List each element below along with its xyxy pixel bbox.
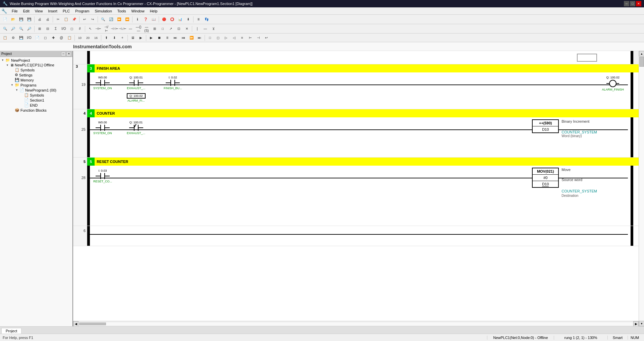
scroll-right-btn[interactable]: ▶ <box>633 321 639 327</box>
tb3-cross[interactable]: ✚ <box>50 34 57 42</box>
tb3-b4[interactable]: ◁ <box>230 34 238 42</box>
diagram-area[interactable]: 3 3 FINISH AREA 19 <box>73 51 639 326</box>
tb2-neg[interactable]: ⊣↓⊢ <box>119 25 126 33</box>
tree-item-programs[interactable]: ▼ 📁 Programs <box>1 82 72 88</box>
tb-print[interactable]: 🖨 <box>36 16 43 23</box>
right-scrollbar[interactable]: ▲ ▼ <box>639 51 644 326</box>
tb-cut[interactable]: ✂ <box>54 16 62 23</box>
tb-copy[interactable]: 📋 <box>62 16 70 23</box>
tree-item-section1[interactable]: 📄 Section1 <box>1 98 72 103</box>
panel-close-btn[interactable]: ✕ <box>66 52 71 56</box>
tb2-hwire[interactable]: — <box>202 25 209 33</box>
tb3-sim[interactable]: ▶ <box>137 34 145 42</box>
tb3-run[interactable]: ▶ <box>148 34 155 42</box>
tb2-end[interactable]: ⊡ <box>175 25 182 33</box>
tb-open[interactable]: 📂 <box>9 16 17 23</box>
tb2-box[interactable]: □ <box>159 25 166 33</box>
tb3-n10[interactable]: 10 <box>76 34 84 42</box>
tb-info[interactable]: ℹ <box>134 16 141 23</box>
tree-item-newproject[interactable]: ▼ 📁 NewProject <box>1 58 72 63</box>
tb3-set[interactable]: ⚙ <box>9 34 17 42</box>
tb2-io[interactable]: I/O <box>60 25 67 33</box>
h-scrollbar[interactable]: ◀ ▶ <box>73 321 639 326</box>
tb2-vwire[interactable]: | <box>194 25 201 33</box>
tb2-jump[interactable]: ↗ <box>167 25 174 33</box>
tree-expand-newprogram1[interactable]: ▼ <box>15 89 19 92</box>
tb-find[interactable]: 🔍 <box>99 16 107 23</box>
tb3-pause2[interactable]: ⏸ <box>164 34 171 42</box>
menu-edit[interactable]: Edit <box>20 8 32 14</box>
tb-offline[interactable]: ⭕ <box>168 16 176 23</box>
tb2-zoom3[interactable]: 🔎 <box>25 25 33 33</box>
tb2-diag[interactable]: ◻ <box>68 25 75 33</box>
close-button[interactable]: ✕ <box>636 1 641 6</box>
tb-undo[interactable]: ↩ <box>81 16 88 23</box>
tb2-dwire[interactable]: ⊻ <box>210 25 217 33</box>
tree-item-newprogram1[interactable]: ▼ 📄 NewProgram1 (00) <box>1 88 72 93</box>
tab-project[interactable]: Project <box>1 328 21 334</box>
tb3-b6[interactable]: ⊢ <box>247 34 254 42</box>
tb-download[interactable]: ⬇ <box>184 16 192 23</box>
tb3-up[interactable]: ⬆ <box>103 34 110 42</box>
minimize-button[interactable]: ─ <box>624 1 629 6</box>
tb-online[interactable]: 🔴 <box>160 16 168 23</box>
tb3-b1[interactable]: □ <box>206 34 214 42</box>
tb3-step2[interactable]: ⏭ <box>172 34 179 42</box>
tb-save[interactable]: 💾 <box>17 16 25 23</box>
tb3-b8[interactable]: ↩ <box>263 34 270 42</box>
tb3-prg[interactable]: 📄 <box>34 34 41 42</box>
tree-item-symbols[interactable]: 📋 Symbols <box>1 67 72 72</box>
tb3-b3[interactable]: ▷ <box>222 34 230 42</box>
tb2-zoomin[interactable]: 🔍 <box>1 25 9 33</box>
tb3-back[interactable]: ⏮ <box>180 34 187 42</box>
tb-new[interactable]: 📄 <box>1 16 9 23</box>
menu-help[interactable]: Help <box>147 8 160 14</box>
tb2-zoom2[interactable]: 🔍 <box>17 25 25 33</box>
tb-save2[interactable]: 💾 <box>25 16 33 23</box>
tb3-sym[interactable]: 📋 <box>1 34 9 42</box>
tb-findnext[interactable]: ⏩ <box>115 16 123 23</box>
tb3-n20[interactable]: 20 <box>84 34 92 42</box>
tb3-b7[interactable]: ⊣ <box>255 34 262 42</box>
tb2-num[interactable]: # <box>76 25 84 33</box>
scroll-up-btn[interactable]: ▲ <box>639 51 644 56</box>
tb3-dn[interactable]: ⬇ <box>111 34 118 42</box>
tb3-b5[interactable]: ≡ <box>238 34 246 42</box>
tb-monitor[interactable]: 📊 <box>176 16 184 23</box>
maximize-button[interactable]: □ <box>630 1 635 6</box>
tb3-ins[interactable]: + <box>119 34 126 42</box>
scroll-left-btn[interactable]: ◀ <box>73 321 78 327</box>
tb2-cursor[interactable]: ↖ <box>87 25 94 33</box>
tree-item-memory[interactable]: 💾 Memory <box>1 77 72 82</box>
tree-expand-newproject[interactable]: ▼ <box>1 59 5 62</box>
tree-expand-newplc1[interactable]: ▼ <box>6 64 10 67</box>
tb3-task[interactable]: 📋 <box>66 34 73 42</box>
tree-expand-programs[interactable]: ▼ <box>11 83 15 87</box>
tb3-io3[interactable]: 🖥 <box>129 34 137 42</box>
tb-pause[interactable]: ⏸ <box>195 16 202 23</box>
tb3-n16[interactable]: 16 <box>92 34 100 42</box>
tb-paste[interactable]: 📌 <box>70 16 78 23</box>
scroll-down-btn[interactable]: ▼ <box>639 321 644 326</box>
tree-item-newplc1[interactable]: ▼ 🖥 NewPLC1[CP1L] Offline <box>1 63 72 67</box>
menu-window[interactable]: Window <box>129 8 147 14</box>
menu-tools[interactable]: Tools <box>115 8 129 14</box>
tb2-wire[interactable]: — <box>127 25 134 33</box>
tree-item-symbols2[interactable]: 📋 Symbols <box>1 93 72 98</box>
tb3-addr[interactable]: @ <box>58 34 65 42</box>
tb3-b2[interactable]: ◻ <box>214 34 222 42</box>
tb2-zoomout[interactable]: 🔎 <box>9 25 17 33</box>
menu-insert[interactable]: Insert <box>45 8 60 14</box>
menu-file[interactable]: File <box>9 8 20 14</box>
menu-simulation[interactable]: Simulation <box>92 8 114 14</box>
tb2-del[interactable]: ✕ <box>183 25 191 33</box>
menu-plc[interactable]: PLC <box>60 8 72 14</box>
tb2-coil[interactable]: —()— <box>135 25 142 33</box>
tree-item-funcblocks[interactable]: 📦 Function Blocks <box>1 108 72 113</box>
tb3-end2[interactable]: ⏭ <box>196 34 203 42</box>
tb-print2[interactable]: 🖨 <box>44 16 51 23</box>
tb2-no[interactable]: ⊣⊢ <box>95 25 102 33</box>
tb3-fast[interactable]: ⏩ <box>188 34 195 42</box>
panel-min-btn[interactable]: ─ <box>61 52 66 56</box>
tb-help[interactable]: ❓ <box>142 16 149 23</box>
